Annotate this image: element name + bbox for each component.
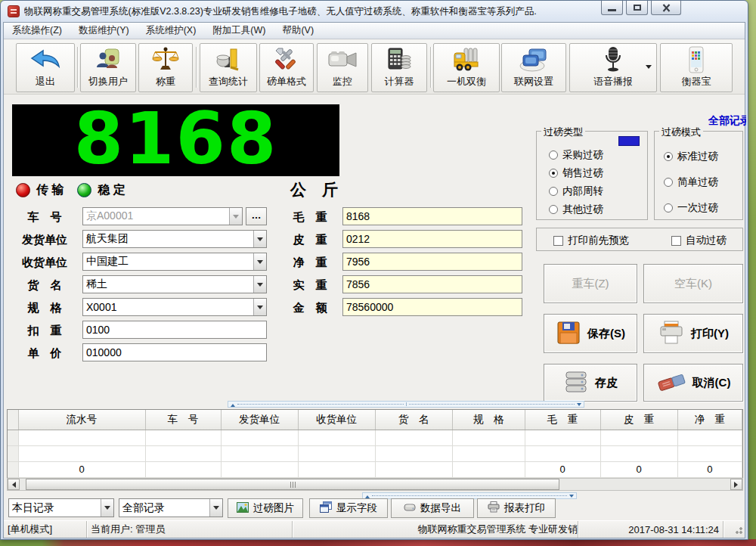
toolbar-calculator-button[interactable]: 计算器 [371, 43, 427, 92]
filter-all-combo[interactable]: 全部记录 [119, 498, 223, 517]
weigh-photo-label: 过磅图片 [253, 501, 294, 515]
show-fields-button[interactable]: 显示字段 [309, 498, 388, 518]
scale-icon [152, 44, 179, 75]
status-bar: [单机模式] 当前用户: 管理员 物联网称重交易管理系统 专业研发销 2017-… [4, 520, 745, 538]
sender-combo[interactable]: 航天集团 [82, 230, 267, 248]
radio-icon [664, 178, 673, 187]
deduct-input[interactable]: 0100 [82, 321, 267, 339]
radio-once[interactable]: 一次过磅 [664, 201, 718, 215]
save-button[interactable]: 保存(S) [544, 314, 637, 353]
all-records-link[interactable]: 全部记录 [708, 114, 746, 128]
net-label: 净 重 [282, 256, 338, 270]
report-print-button[interactable]: 报表打印 [477, 498, 556, 518]
col-spec[interactable]: 规 格 [452, 410, 525, 430]
print-preview-checkbox[interactable]: 打印前先预览 [553, 234, 629, 247]
col-sender[interactable]: 发货单位 [221, 410, 298, 430]
toolbar-dual-scale-button[interactable]: 一机双衡 [433, 43, 500, 92]
minimize-button[interactable] [601, 1, 623, 15]
vehicle-label: 车 号 [13, 210, 76, 225]
col-gross[interactable]: 毛 重 [525, 410, 600, 430]
cargo-combo-arrow-icon[interactable] [253, 276, 266, 293]
heavy-vehicle-button[interactable]: 重车(Z) [544, 264, 637, 303]
menu-system-maint[interactable]: 系统维护(X) [138, 22, 205, 39]
actual-input[interactable]: 7856 [342, 275, 522, 293]
toolbar-voice-label-placeholder: 联网设置 [514, 75, 553, 88]
receiver-combo-arrow-icon[interactable] [253, 253, 266, 270]
vehicle-combo[interactable]: 京A00001 [82, 207, 243, 225]
photo-icon [237, 502, 249, 515]
print-button[interactable]: 打印(Y) [643, 314, 743, 353]
cargo-value: 稀土 [83, 278, 253, 291]
filter-day-combo[interactable]: 本日记录 [8, 498, 114, 517]
vehicle-more-button[interactable]: … [246, 207, 267, 225]
voice-dropdown-caret-icon[interactable] [646, 65, 652, 72]
data-export-button[interactable]: 数据导出 [391, 498, 474, 518]
net-input[interactable]: 7956 [342, 253, 522, 271]
filter-day-arrow-icon[interactable] [101, 499, 113, 517]
toolbar-weigh-button[interactable]: 称重 [138, 43, 193, 92]
sender-combo-arrow-icon[interactable] [253, 231, 266, 247]
menu-data-maint[interactable]: 数据维护(Y) [70, 22, 138, 39]
maximize-button[interactable] [626, 1, 648, 15]
scrollbar-thumb[interactable] [26, 479, 559, 490]
weigh-photo-button[interactable]: 过磅图片 [228, 498, 303, 518]
toolbar-network-button[interactable]: 联网设置 [501, 43, 566, 92]
auto-weigh-checkbox[interactable]: 自动过磅 [671, 234, 727, 247]
filter-day-value: 本日记录 [9, 501, 101, 515]
radio-sale[interactable]: 销售过磅 [549, 166, 603, 180]
toolbar-ticket-format-button[interactable]: 磅单格式 [259, 43, 314, 92]
weigh-mode-title: 过磅模式 [659, 126, 703, 139]
cancel-button[interactable]: 取消(C) [643, 364, 743, 402]
col-receiver[interactable]: 收货单位 [298, 410, 375, 430]
spec-combo[interactable]: X0001 [82, 298, 267, 316]
menu-help[interactable]: 帮助(V) [274, 22, 322, 39]
radio-icon [664, 203, 673, 213]
radio-purchase[interactable]: 采购过磅 [549, 148, 603, 162]
table-row[interactable] [8, 430, 742, 445]
col-serial[interactable]: 流水号 [18, 410, 145, 430]
receiver-combo[interactable]: 中国建工 [82, 253, 267, 271]
toolbar-switch-user-button[interactable]: 切换用户 [80, 43, 136, 92]
col-net[interactable]: 净 重 [677, 410, 742, 430]
col-tare[interactable]: 皮 重 [600, 410, 677, 430]
vehicle-combo-arrow-icon[interactable] [229, 208, 242, 225]
fields-icon [320, 501, 332, 515]
gross-input[interactable]: 8168 [342, 207, 522, 225]
toolbar-monitor-label: 监控 [333, 75, 352, 88]
radio-standard[interactable]: 标准过磅 [664, 150, 718, 163]
menu-system-ops[interactable]: 系统操作(Z) [4, 22, 70, 39]
radio-purchase-label: 采购过磅 [562, 148, 603, 162]
radio-simple[interactable]: 简单过磅 [664, 175, 718, 189]
col-cargo[interactable]: 货 名 [375, 410, 452, 430]
menu-extra-tools[interactable]: 附加工具(W) [204, 22, 274, 39]
price-input[interactable]: 010000 [82, 343, 267, 361]
toolbar-monitor-button[interactable]: 监控 [317, 43, 368, 92]
filter-all-arrow-icon[interactable] [209, 499, 222, 517]
scroll-right-arrow-icon[interactable] [730, 479, 742, 490]
tare-input[interactable]: 0212 [342, 230, 522, 248]
toolbar-exit-button[interactable]: 退出 [16, 43, 75, 92]
toolbar-scale-app-button[interactable]: 衡器宝 [660, 43, 733, 92]
spec-combo-arrow-icon[interactable] [253, 299, 266, 315]
toolbar-voice-button[interactable]: 语音播报 [569, 43, 657, 92]
toolbar-switch-user-label: 切换用户 [88, 75, 128, 88]
table-row-totals[interactable]: 0 000 [8, 461, 742, 477]
table-hscrollbar[interactable] [7, 478, 743, 491]
close-icon [662, 4, 671, 12]
radio-other[interactable]: 其他过磅 [549, 203, 603, 216]
cargo-combo[interactable]: 稀土 [82, 275, 267, 293]
table-row[interactable] [8, 445, 742, 461]
query-stats-icon [215, 44, 241, 75]
empty-vehicle-button[interactable]: 空车(K) [643, 264, 743, 303]
weigh-mode-group: 过磅模式 标准过磅 简单过磅 一次过磅 [654, 131, 743, 220]
col-vehicle[interactable]: 车 号 [145, 410, 221, 430]
grid-splitter-top[interactable] [228, 401, 584, 408]
resize-grip-icon[interactable] [733, 525, 742, 534]
scroll-left-arrow-icon[interactable] [8, 479, 20, 490]
toolbar-query-stats-button[interactable]: 查询统计 [200, 43, 257, 92]
close-button[interactable] [651, 1, 681, 15]
cargo-label: 货 名 [13, 278, 76, 293]
amount-input[interactable]: 78560000 [342, 298, 522, 316]
save-tare-button[interactable]: 存皮 [544, 364, 637, 402]
radio-internal[interactable]: 内部周转 [549, 185, 603, 198]
